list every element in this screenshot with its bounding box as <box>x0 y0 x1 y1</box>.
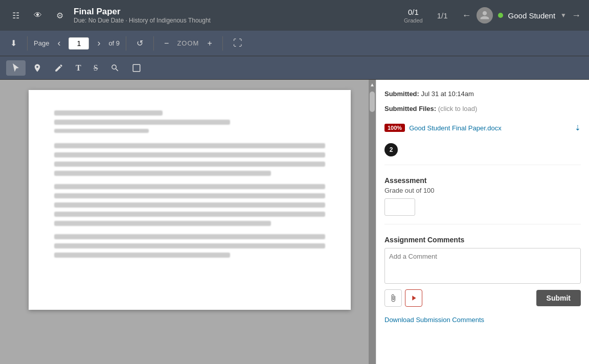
doc-line-15 <box>54 253 231 258</box>
divider-2 <box>384 224 581 224</box>
doc-line-12 <box>54 221 271 226</box>
document-content[interactable] <box>0 80 376 364</box>
annotation-toolbar: T S <box>0 56 589 80</box>
nav-prev-button[interactable]: ← <box>462 10 471 21</box>
graded-label: Graded <box>404 17 423 24</box>
scroll-up-arrow[interactable]: ▲ <box>368 80 376 89</box>
strikethrough-tool-button[interactable]: S <box>88 60 103 76</box>
toolbar-sep-2 <box>126 36 126 51</box>
file-number-badge-row: 2 <box>384 143 581 156</box>
grade-value: 0/1 <box>408 8 419 16</box>
comment-actions: Submit <box>384 289 581 307</box>
submitted-files-label: Submitted Files: <box>384 105 436 112</box>
nav-left-section: ☷ 👁 ⚙ Final Paper Due: No Due Date · His… <box>8 7 398 24</box>
grade-out-of-label: Grade out of 100 <box>384 187 581 194</box>
doc-line-13 <box>54 234 325 239</box>
student-dropdown-arrow[interactable]: ▼ <box>560 12 567 19</box>
online-status-dot <box>498 13 503 18</box>
page-number-input[interactable] <box>69 37 89 50</box>
doc-line-3 <box>54 129 149 133</box>
file-download-icon[interactable]: ⇣ <box>575 124 581 132</box>
divider-1 <box>384 165 581 165</box>
download-button[interactable]: ⬇ <box>6 36 21 51</box>
similarity-badge: 100% <box>384 124 405 132</box>
highlight-tool-button[interactable] <box>105 60 125 76</box>
comment-icon-group <box>384 289 422 307</box>
doc-para-1 <box>54 143 325 176</box>
submitted-files-section: Submitted Files: (click to load) <box>384 105 581 112</box>
page-label: Page <box>34 39 49 47</box>
zoom-plus-button[interactable]: + <box>203 36 216 51</box>
nav-eye-icon[interactable]: 👁 <box>30 8 46 22</box>
doc-line-14 <box>54 243 325 248</box>
grade-input[interactable] <box>384 198 415 216</box>
pin-tool-button[interactable] <box>28 60 47 76</box>
submitted-label: Submitted: <box>384 90 419 98</box>
svg-rect-0 <box>133 64 140 72</box>
pagination-label: 1/1 <box>437 11 448 20</box>
doc-line-5 <box>54 152 325 157</box>
of-page-label: of 9 <box>108 39 120 47</box>
file-number-badge: 2 <box>384 143 398 156</box>
zoom-label: ZOOM <box>177 39 199 47</box>
file-link[interactable]: Good Student Final Paper.docx <box>409 124 502 132</box>
nav-next-button[interactable]: → <box>572 10 581 21</box>
doc-line-1 <box>54 110 163 116</box>
student-avatar <box>477 7 493 24</box>
scroll-thumb[interactable] <box>370 92 375 112</box>
top-navigation: ☷ 👁 ⚙ Final Paper Due: No Due Date · His… <box>0 0 589 31</box>
assessment-title: Assessment <box>384 176 581 185</box>
doc-line-11 <box>54 212 325 217</box>
attach-icon-button[interactable] <box>384 289 402 307</box>
video-icon-button[interactable] <box>405 289 422 307</box>
prev-page-button[interactable]: ‹ <box>53 35 64 51</box>
doc-para-2 <box>54 184 325 226</box>
select-tool-button[interactable] <box>6 60 26 76</box>
zoom-minus-button[interactable]: − <box>160 36 173 51</box>
document-page <box>29 90 351 310</box>
reset-button[interactable]: ↺ <box>132 36 147 51</box>
expand-button[interactable]: ⛶ <box>229 35 246 51</box>
document-toolbar: ⬇ Page ‹ › of 9 ↺ − ZOOM + ⛶ <box>0 31 589 56</box>
comments-section: Assignment Comments Submit <box>384 236 581 307</box>
assignment-subtitle: Due: No Due Date · History of Indigenous… <box>74 17 211 24</box>
toolbar-sep-3 <box>153 36 154 51</box>
comment-textarea[interactable] <box>384 248 581 284</box>
right-panel: Submitted: Jul 31 at 10:14am Submitted F… <box>376 80 589 364</box>
nav-grade-section: 0/1 Graded <box>404 8 423 24</box>
doc-line-10 <box>54 202 325 208</box>
doc-line-8 <box>54 184 325 189</box>
doc-line-7 <box>54 171 271 176</box>
submitted-files-hint: (click to load) <box>438 105 478 112</box>
student-name: Good Student <box>508 11 556 20</box>
nav-settings-icon[interactable]: ⚙ <box>52 8 67 23</box>
doc-line-6 <box>54 162 325 167</box>
toolbar-sep-4 <box>222 36 223 51</box>
text-tool-button[interactable]: T <box>71 60 86 76</box>
file-item: 100% Good Student Final Paper.docx ⇣ <box>384 124 581 132</box>
document-panel: ▲ <box>0 80 376 364</box>
doc-line-2 <box>54 120 231 125</box>
submit-button[interactable]: Submit <box>536 290 581 306</box>
nav-right-section: ← Good Student ▼ → <box>462 7 581 24</box>
download-comments-link[interactable]: Download Submission Comments <box>384 316 581 324</box>
nav-document-icon[interactable]: ☷ <box>8 8 24 23</box>
toolbar-sep-1 <box>27 36 28 51</box>
assessment-section: Assessment Grade out of 100 <box>384 176 581 216</box>
doc-para-3 <box>54 234 325 258</box>
submitted-time: Jul 31 at 10:14am <box>421 90 474 98</box>
doc-line-4 <box>54 143 325 148</box>
next-page-button[interactable]: › <box>93 35 104 51</box>
pen-tool-button[interactable] <box>49 60 69 76</box>
crop-tool-button[interactable] <box>127 60 146 76</box>
submitted-info: Submitted: Jul 31 at 10:14am <box>384 90 581 98</box>
doc-scrollbar[interactable]: ▲ <box>369 80 376 364</box>
assignment-title: Final Paper <box>74 7 211 17</box>
comments-title: Assignment Comments <box>384 236 581 244</box>
main-layout: ▲ Submitted: Jul 31 at 10:14am Submitted… <box>0 80 589 364</box>
assignment-title-section: Final Paper Due: No Due Date · History o… <box>74 7 211 24</box>
doc-line-9 <box>54 193 325 198</box>
